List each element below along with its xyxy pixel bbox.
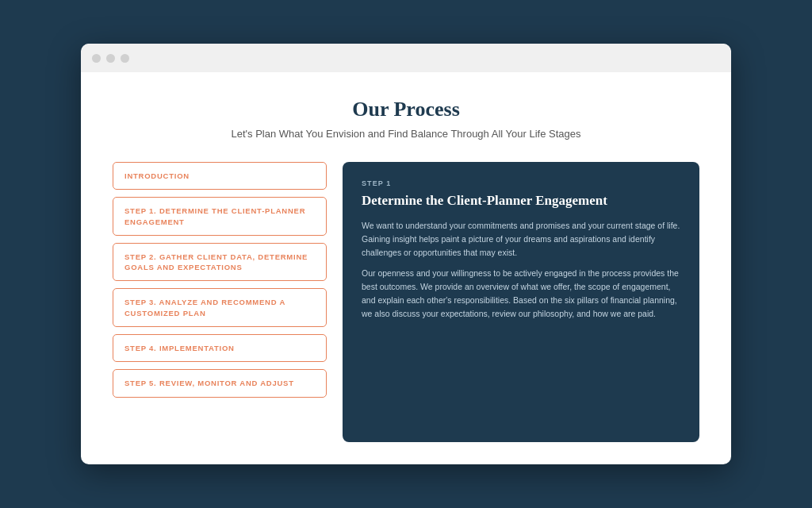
menu-item-step2-label: STEP 2. GATHER CLIENT DATA, DETERMINE GO… — [124, 252, 315, 273]
browser-bar — [81, 44, 731, 72]
menu-item-step5[interactable]: STEP 5. REVIEW, MONITOR AND ADJUST — [113, 369, 327, 397]
page-subtitle: Let's Plan What You Envision and Find Ba… — [113, 128, 699, 140]
menu-item-step4-label: STEP 4. IMPLEMENTATION — [124, 343, 315, 353]
menu-item-intro-label: INTRODUCTION — [124, 171, 315, 181]
browser-content: Our Process Let's Plan What You Envision… — [81, 72, 731, 464]
menu-item-step1[interactable]: STEP 1. DETERMINE THE CLIENT-PLANNER ENG… — [113, 197, 327, 236]
detail-step-label: STEP 1 — [362, 179, 680, 187]
detail-title: Determine the Client-Planner Engagement — [362, 192, 680, 210]
detail-paragraph1: We want to understand your commitments a… — [362, 219, 680, 259]
browser-dot-green — [121, 54, 129, 63]
menu-item-step5-label: STEP 5. REVIEW, MONITOR AND ADJUST — [124, 378, 315, 388]
menu-item-step4[interactable]: STEP 4. IMPLEMENTATION — [113, 334, 327, 362]
main-layout: INTRODUCTION STEP 1. DETERMINE THE CLIEN… — [113, 162, 699, 442]
browser-dot-red — [92, 54, 101, 63]
browser-dot-yellow — [106, 54, 115, 63]
page-header: Our Process Let's Plan What You Envision… — [113, 98, 699, 140]
menu-item-step3-label: STEP 3. ANALYZE AND RECOMMEND A CUSTOMIZ… — [124, 297, 315, 318]
detail-paragraph2: Our openness and your willingness to be … — [362, 267, 680, 320]
menu-item-step3[interactable]: STEP 3. ANALYZE AND RECOMMEND A CUSTOMIZ… — [113, 288, 327, 327]
detail-body: We want to understand your commitments a… — [362, 219, 680, 321]
left-panel: INTRODUCTION STEP 1. DETERMINE THE CLIEN… — [113, 162, 327, 442]
menu-item-step1-label: STEP 1. DETERMINE THE CLIENT-PLANNER ENG… — [124, 206, 315, 227]
detail-panel: STEP 1 Determine the Client-Planner Enga… — [343, 162, 699, 442]
menu-item-intro[interactable]: INTRODUCTION — [113, 162, 327, 190]
menu-item-step2[interactable]: STEP 2. GATHER CLIENT DATA, DETERMINE GO… — [113, 243, 327, 282]
page-title: Our Process — [113, 98, 699, 121]
browser-window: Our Process Let's Plan What You Envision… — [81, 44, 731, 464]
